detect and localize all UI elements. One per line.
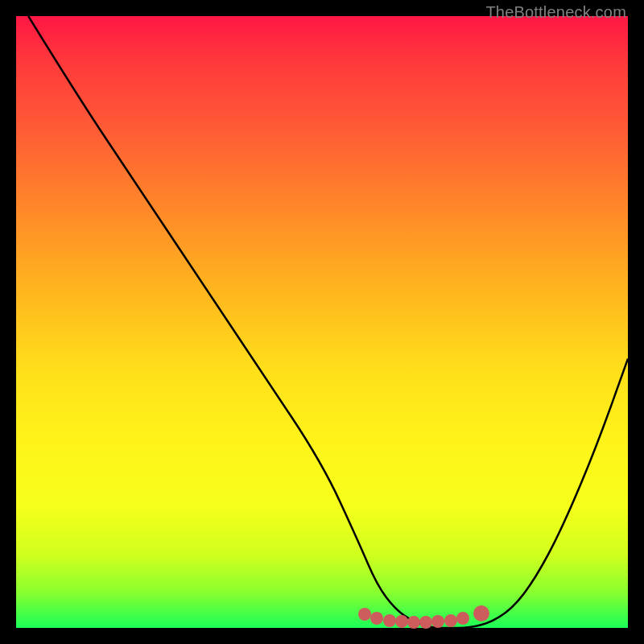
chart-container: TheBottleneck.com [0,0,644,644]
marker-dot [383,614,396,627]
curve-svg [16,16,628,628]
marker-dot [370,612,383,625]
watermark-text: TheBottleneck.com [485,3,626,22]
marker-dot [444,614,457,627]
marker-dot [358,608,371,621]
marker-dot [431,615,444,628]
marker-dot [419,616,432,629]
marker-dot [395,615,408,628]
marker-dot [456,612,469,625]
plot-area [16,16,628,628]
marker-dot [407,616,420,629]
curve-path [28,16,628,628]
marker-dot [473,605,489,621]
